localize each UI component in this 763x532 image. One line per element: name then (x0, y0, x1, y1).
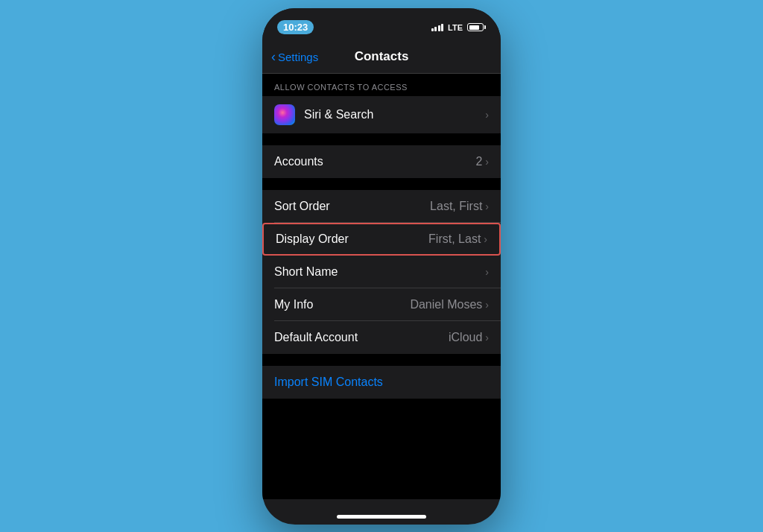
accounts-right: 2 › (475, 155, 489, 168)
signal-bars-icon (431, 24, 444, 31)
gap-2 (262, 184, 501, 190)
display-order-right: First, Last › (428, 232, 487, 246)
preferences-group: Sort Order Last, First › Display Order F… (262, 190, 501, 354)
gap-3 (262, 360, 501, 366)
back-label: Settings (278, 51, 318, 63)
default-account-left: Default Account (274, 331, 358, 344)
signal-bar-4 (441, 24, 443, 31)
status-right: LTE (431, 23, 486, 32)
default-account-right: iCloud › (449, 331, 489, 344)
accounts-row-left: Accounts (274, 155, 323, 168)
short-name-row[interactable]: Short Name › (262, 256, 501, 288)
my-info-row[interactable]: My Info Daniel Moses › (262, 288, 501, 321)
settings-content: ALLOW CONTACTS TO ACCESS Siri & Search ›… (262, 74, 501, 499)
page-title: Contacts (355, 49, 409, 64)
sim-group: Import SIM Contacts (262, 366, 501, 399)
siri-search-right: › (485, 109, 489, 121)
short-name-right: › (485, 266, 489, 278)
default-account-chevron-icon: › (485, 332, 489, 343)
sort-order-right: Last, First › (430, 200, 489, 213)
accounts-chevron-icon: › (485, 156, 489, 168)
battery-body (467, 23, 484, 31)
sort-order-left: Sort Order (274, 200, 330, 213)
accounts-value: 2 (475, 155, 482, 168)
battery-icon (467, 23, 486, 31)
display-order-chevron-icon: › (484, 233, 487, 245)
battery-fill (469, 25, 480, 30)
home-indicator (337, 515, 426, 519)
back-button[interactable]: ‹ Settings (271, 51, 318, 63)
battery-tip (484, 25, 486, 29)
my-info-value: Daniel Moses (410, 298, 482, 311)
default-account-label: Default Account (274, 331, 358, 344)
my-info-right: Daniel Moses › (410, 298, 489, 311)
my-info-left: My Info (274, 298, 313, 311)
accounts-row[interactable]: Accounts 2 › (262, 145, 501, 178)
sort-order-value: Last, First (430, 200, 482, 213)
sort-order-label: Sort Order (274, 200, 330, 213)
status-bar: 10:23 LTE (262, 8, 501, 41)
signal-bar-1 (431, 28, 434, 31)
allow-access-section-label: ALLOW CONTACTS TO ACCESS (262, 74, 501, 96)
import-sim-label: Import SIM Contacts (274, 376, 383, 389)
signal-bar-2 (434, 27, 437, 31)
siri-chevron-icon: › (485, 109, 489, 121)
my-info-label: My Info (274, 298, 313, 311)
default-account-row[interactable]: Default Account iCloud › (262, 321, 501, 354)
default-account-value: iCloud (449, 331, 482, 344)
short-name-left: Short Name (274, 265, 338, 279)
lte-label: LTE (448, 23, 463, 32)
short-name-chevron-icon: › (485, 266, 489, 278)
accounts-label: Accounts (274, 155, 323, 168)
siri-search-row[interactable]: Siri & Search › (262, 96, 501, 133)
sort-order-row[interactable]: Sort Order Last, First › (262, 190, 501, 223)
display-order-label: Display Order (276, 232, 349, 246)
status-time: 10:23 (277, 20, 314, 34)
siri-icon (274, 104, 295, 125)
nav-bar: ‹ Settings Contacts (262, 41, 501, 74)
back-chevron-icon: ‹ (271, 50, 276, 63)
siri-search-row-left: Siri & Search (274, 104, 373, 125)
my-info-chevron-icon: › (485, 299, 489, 311)
signal-bar-3 (438, 25, 440, 31)
import-sim-row[interactable]: Import SIM Contacts (262, 366, 501, 399)
display-order-value: First, Last (428, 232, 481, 246)
siri-search-label: Siri & Search (304, 108, 373, 121)
accounts-group: Accounts 2 › (262, 145, 501, 178)
black-bottom (262, 405, 501, 499)
gap-1 (262, 139, 501, 145)
display-order-row[interactable]: Display Order First, Last › (262, 223, 501, 256)
phone-frame: 10:23 LTE ‹ Settings Contacts (262, 8, 501, 525)
siri-icon-gradient (274, 104, 295, 125)
allow-access-group: Siri & Search › (262, 96, 501, 133)
display-order-left: Display Order (276, 232, 349, 246)
short-name-label: Short Name (274, 265, 338, 279)
sort-order-chevron-icon: › (485, 200, 489, 212)
